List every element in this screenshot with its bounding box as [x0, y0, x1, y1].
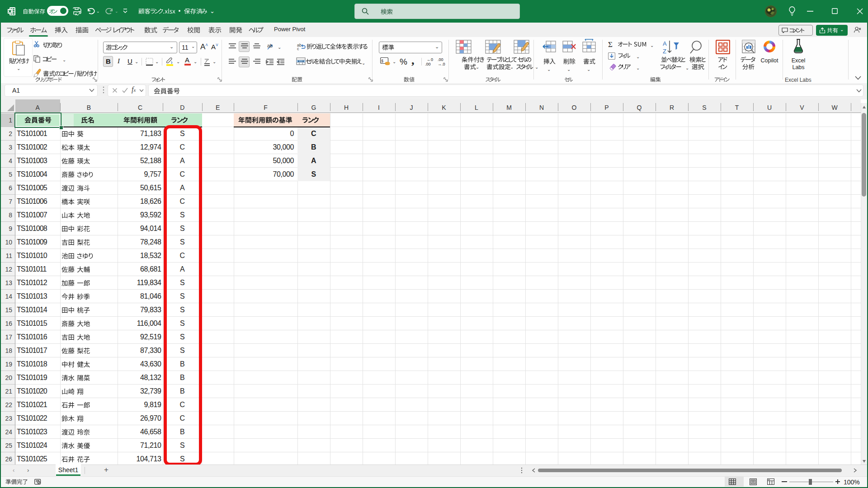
svg-text:.00: .00	[425, 62, 431, 66]
svg-text:$: $	[381, 59, 383, 63]
svg-text:c: c	[297, 47, 299, 51]
svg-text:←0: ←0	[427, 57, 433, 62]
svg-text:A: A	[663, 40, 667, 47]
svg-text:Z: Z	[663, 48, 666, 55]
svg-text:→.0: →.0	[438, 62, 445, 66]
svg-text:.00: .00	[438, 57, 443, 62]
svg-text:ab: ab	[267, 43, 273, 48]
